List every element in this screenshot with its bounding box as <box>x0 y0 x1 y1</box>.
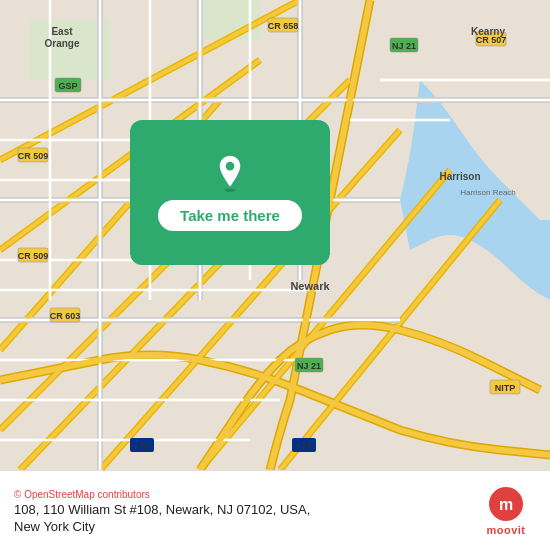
moovit-label: moovit <box>486 524 525 536</box>
svg-text:Harrison Reach: Harrison Reach <box>460 188 516 197</box>
address-line2: New York City <box>14 519 476 534</box>
svg-text:I 70: I 70 <box>134 441 149 451</box>
svg-text:I 78: I 78 <box>296 441 311 451</box>
take-me-there-button[interactable]: Take me there <box>158 200 302 231</box>
svg-text:CR 603: CR 603 <box>50 311 81 321</box>
svg-text:Orange: Orange <box>44 38 79 49</box>
svg-point-71 <box>225 189 235 192</box>
bottom-bar: © OpenStreetMap contributors 108, 110 Wi… <box>0 470 550 550</box>
location-card: Take me there <box>130 120 330 265</box>
location-pin-icon <box>211 154 249 192</box>
moovit-icon: m <box>488 486 524 522</box>
osp-credit: © OpenStreetMap contributors <box>14 489 476 500</box>
svg-text:Kearny: Kearny <box>471 26 505 37</box>
svg-text:East: East <box>51 26 73 37</box>
svg-text:NITP: NITP <box>495 383 516 393</box>
svg-text:Newark: Newark <box>290 280 330 292</box>
svg-text:CR 658: CR 658 <box>268 21 299 31</box>
svg-text:Harrison: Harrison <box>439 171 480 182</box>
moovit-logo: m moovit <box>476 486 536 536</box>
address-line1: 108, 110 William St #108, Newark, NJ 071… <box>14 502 476 517</box>
svg-text:m: m <box>499 496 513 513</box>
svg-point-72 <box>226 162 235 171</box>
svg-text:NJ 21: NJ 21 <box>392 41 416 51</box>
svg-text:CR 509: CR 509 <box>18 151 49 161</box>
map-container: CR 658 CR 507 CR 509 CR 509 CR 603 NJ 21… <box>0 0 550 470</box>
svg-text:GSP: GSP <box>58 81 77 91</box>
svg-text:CR 509: CR 509 <box>18 251 49 261</box>
svg-text:NJ 21: NJ 21 <box>297 361 321 371</box>
address-block: © OpenStreetMap contributors 108, 110 Wi… <box>14 487 476 534</box>
